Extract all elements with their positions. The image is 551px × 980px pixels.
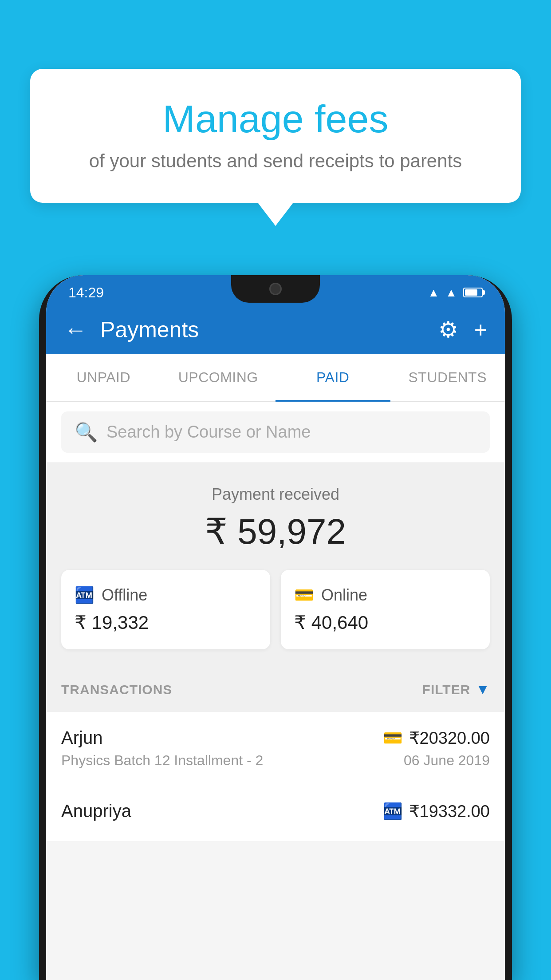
offline-card-header: 🏧 Offline [75, 586, 147, 605]
status-time: 14:29 [68, 285, 104, 301]
app-title: Payments [100, 317, 425, 343]
transaction-detail: Physics Batch 12 Installment - 2 [61, 752, 263, 769]
payment-summary: Payment received ₹ 59,972 🏧 Offline ₹ 19… [46, 463, 505, 667]
signal-icon: ▲ [445, 286, 457, 300]
offline-label: Offline [102, 586, 147, 605]
phone-frame: 14:29 ▲ ▲ ← Payments ⚙ + UNPAID UPCOMING [39, 275, 512, 980]
phone-screen: 14:29 ▲ ▲ ← Payments ⚙ + UNPAID UPCOMING [46, 275, 505, 980]
transaction-right: 💳 ₹20320.00 [383, 728, 490, 748]
table-row[interactable]: Arjun 💳 ₹20320.00 Physics Batch 12 Insta… [46, 712, 505, 785]
offline-amount: ₹ 19,332 [75, 612, 149, 633]
transaction-amount-2: ₹19332.00 [409, 802, 490, 821]
tab-paid[interactable]: PAID [276, 354, 390, 401]
online-label: Online [321, 586, 367, 605]
status-icons: ▲ ▲ [428, 286, 483, 300]
payment-total-amount: ₹ 59,972 [61, 511, 490, 552]
app-bar-icons: ⚙ + [438, 317, 487, 343]
search-icon: 🔍 [75, 421, 98, 443]
app-bar: ← Payments ⚙ + [46, 305, 505, 354]
online-card-header: 💳 Online [294, 586, 367, 605]
transaction-bottom: Physics Batch 12 Installment - 2 06 June… [61, 752, 490, 769]
payment-type-icon: 💳 [383, 729, 403, 747]
camera [269, 283, 282, 295]
online-card: 💳 Online ₹ 40,640 [281, 570, 490, 649]
online-amount: ₹ 40,640 [294, 612, 368, 633]
transaction-date: 06 June 2019 [404, 752, 490, 769]
transactions-header: TRANSACTIONS FILTER ▼ [46, 667, 505, 712]
transaction-top-2: Anupriya 🏧 ₹19332.00 [61, 801, 490, 821]
transaction-amount: ₹20320.00 [409, 728, 490, 748]
search-input[interactable]: Search by Course or Name [106, 423, 311, 442]
offline-icon: 🏧 [75, 586, 94, 605]
speech-bubble: Manage fees of your students and send re… [30, 69, 521, 203]
tab-upcoming[interactable]: UPCOMING [161, 354, 276, 401]
tab-students[interactable]: STUDENTS [390, 354, 505, 401]
tab-unpaid[interactable]: UNPAID [46, 354, 161, 401]
filter-label: FILTER [422, 682, 471, 697]
online-icon: 💳 [294, 586, 314, 605]
transaction-right-2: 🏧 ₹19332.00 [383, 802, 490, 821]
transaction-name: Arjun [61, 728, 102, 748]
transactions-label: TRANSACTIONS [61, 682, 172, 697]
filter-icon: ▼ [476, 681, 490, 698]
bubble-subtitle: of your students and send receipts to pa… [66, 150, 485, 172]
tabs: UNPAID UPCOMING PAID STUDENTS [46, 354, 505, 402]
transaction-name-2: Anupriya [61, 801, 131, 821]
back-button[interactable]: ← [64, 318, 87, 341]
transaction-top: Arjun 💳 ₹20320.00 [61, 728, 490, 748]
search-bar[interactable]: 🔍 Search by Course or Name [61, 411, 490, 453]
table-row[interactable]: Anupriya 🏧 ₹19332.00 [46, 785, 505, 842]
filter-button[interactable]: FILTER ▼ [422, 681, 490, 698]
settings-icon[interactable]: ⚙ [438, 317, 458, 343]
offline-card: 🏧 Offline ₹ 19,332 [61, 570, 270, 649]
notch [231, 275, 320, 303]
payment-cards: 🏧 Offline ₹ 19,332 💳 Online ₹ 40,640 [61, 570, 490, 649]
add-icon[interactable]: + [474, 317, 487, 343]
battery-icon [463, 288, 483, 297]
wifi-icon: ▲ [428, 286, 440, 300]
search-container: 🔍 Search by Course or Name [46, 402, 505, 463]
payment-type-icon-2: 🏧 [383, 802, 403, 821]
bubble-title: Manage fees [66, 98, 485, 141]
payment-received-label: Payment received [61, 485, 490, 504]
